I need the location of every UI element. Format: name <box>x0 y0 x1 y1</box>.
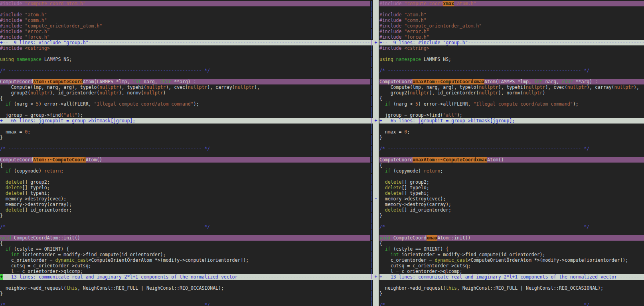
fold-line[interactable]: +-- 9 lines: #include "group.h"---------… <box>379 40 644 45</box>
separator-bar: │ <box>370 202 373 207</box>
code-line: delete[] group2; <box>0 179 370 185</box>
fold-line[interactable]: +-- 13 lines: communicate real and imagi… <box>379 274 644 280</box>
separator-bar: │ <box>370 230 373 235</box>
diff-text-highlight: xmaxAtom::~ComputeCoordxmax <box>413 157 487 163</box>
blank-line <box>0 296 370 302</box>
separator-bar: │ <box>370 79 373 84</box>
blank-line <box>0 6 370 12</box>
window-separator[interactable]: ││││││││││││││││││││││││││││││││││││││││… <box>370 0 373 306</box>
code-line: l = c_orientorder->qlcomp; <box>379 269 644 274</box>
code-line: if (cstyle == ORIENT) { <box>379 246 644 252</box>
fold-column-cell <box>373 68 379 73</box>
code-line: c_orientorder = dynamic_cast<ComputeOrie… <box>379 257 644 263</box>
blank-line <box>379 6 644 12</box>
code-line: using namespace LAMMPS_NS; <box>0 57 370 62</box>
separator-bar: │ <box>370 246 373 252</box>
fold-marker-plus[interactable]: + <box>373 118 379 124</box>
code-line: nmax = 0; <box>0 129 370 135</box>
blank-line <box>379 62 644 68</box>
blank-line <box>0 280 370 285</box>
vimdiff-editor: #include "compute_coord_atom.h"#include … <box>0 0 644 306</box>
fold-column-cell <box>373 246 379 252</box>
separator-bar: │ <box>370 68 373 73</box>
blank-line <box>0 230 370 235</box>
fold-column-cell <box>373 241 379 246</box>
code-line: } <box>379 291 644 296</box>
separator-bar: │ <box>370 224 373 230</box>
fold-column-cell <box>373 62 379 68</box>
fold-marker-minus[interactable]: - <box>373 196 379 202</box>
separator-bar: │ <box>370 241 373 246</box>
fold-column-cell <box>373 257 379 263</box>
blank-line <box>0 73 370 79</box>
fold-column-cell <box>373 129 379 135</box>
fold-column-cell <box>373 302 379 306</box>
separator-bar: │ <box>370 1 373 6</box>
code-line: #include "comm.h" <box>0 18 370 23</box>
code-line: if (narg < 5) error->all(FLERR, "Illegal… <box>379 101 644 107</box>
code-line: if (cstyle == ORIENT) { <box>0 246 370 252</box>
separator-bar: │ <box>370 101 373 107</box>
code-line: /* -------------------------------------… <box>0 302 370 306</box>
diff-text-highlight: xmaxAtom::ComputeCoordxmax <box>413 79 484 84</box>
separator-bar: │ <box>370 96 373 101</box>
code-line: /* -------------------------------------… <box>379 224 644 230</box>
code-line: Compute(lmp, narg, arg), typelo(nullptr)… <box>379 84 644 90</box>
separator-bar: │ <box>370 207 373 213</box>
separator-bar: │ <box>370 257 373 263</box>
fold-column[interactable]: ++-+ <box>373 0 379 306</box>
separator-bar: │ <box>370 51 373 57</box>
fold-marker-plus[interactable]: + <box>373 274 379 280</box>
separator-bar: │ <box>370 62 373 68</box>
diff-text-highlight: xmax <box>443 1 454 6</box>
separator-bar: │ <box>370 112 373 118</box>
blank-line <box>379 107 644 112</box>
fold-column-cell <box>373 168 379 174</box>
fold-column-cell <box>373 101 379 107</box>
blank-line <box>379 174 644 179</box>
code-line: if (copymode) return; <box>0 168 370 174</box>
code-line: ComputeCoordxmaxAtom::ComputeCoordxmaxAt… <box>379 79 644 84</box>
fold-column-cell <box>373 269 379 274</box>
diff-text-highlight: xmax <box>427 235 438 241</box>
code-line: /* -------------------------------------… <box>0 68 370 73</box>
blank-line <box>0 124 370 129</box>
fold-line[interactable]: +-- 65 lines: jgroupbit = group->bitmask… <box>379 118 644 124</box>
code-line: memory->destroy(carray); <box>379 202 644 207</box>
code-line: { <box>0 241 370 246</box>
fold-line[interactable]: +-- 9 lines: #include "group.h"---------… <box>0 40 370 45</box>
fold-line[interactable]: +-- 65 lines: jgroupbit = group->bitmask… <box>0 118 370 124</box>
fold-column-cell <box>373 218 379 224</box>
fold-marker-plus[interactable]: + <box>373 40 379 45</box>
fold-column-cell <box>373 157 379 163</box>
code-line: nmax = 0; <box>379 129 644 135</box>
code-line: delete[] typelo; <box>0 185 370 190</box>
diff-pane-right[interactable]: #include "compute_coordxmax_atom.h"#incl… <box>379 0 644 306</box>
code-line: /* -------------------------------------… <box>0 224 370 230</box>
blank-line <box>379 73 644 79</box>
separator-bar: │ <box>370 296 373 302</box>
fold-column-cell <box>373 112 379 118</box>
separator-bar: │ <box>370 140 373 146</box>
blank-line <box>0 107 370 112</box>
fold-column-cell <box>373 263 379 269</box>
code-line: group2(nullptr), id_orientorder(nullptr)… <box>379 90 644 96</box>
code-line: if (narg < 5) error->all(FLERR, "Illegal… <box>0 101 370 107</box>
code-line: #include "atom.h" <box>0 12 370 18</box>
fold-line[interactable]: +-- 13 lines: communicate real and imagi… <box>0 274 370 280</box>
fold-column-cell <box>373 174 379 179</box>
diff-pane-left[interactable]: #include "compute_coord_atom.h"#include … <box>0 0 370 306</box>
code-line: int iorientorder = modify->find_compute(… <box>0 252 370 257</box>
code-line: #include "error.h" <box>0 29 370 34</box>
separator-bar: │ <box>370 280 373 285</box>
code-line: neighbor->add_request(this, NeighConst::… <box>379 285 644 291</box>
code-line: delete[] typehi; <box>379 190 644 196</box>
separator-bar: │ <box>370 174 373 179</box>
separator-bar: │ <box>370 12 373 18</box>
fold-column-cell <box>373 163 379 168</box>
blank-line <box>0 62 370 68</box>
blank-line <box>0 218 370 224</box>
separator-bar: │ <box>370 6 373 12</box>
code-line: #include "force.h" <box>0 34 370 40</box>
fold-column-cell <box>373 202 379 207</box>
